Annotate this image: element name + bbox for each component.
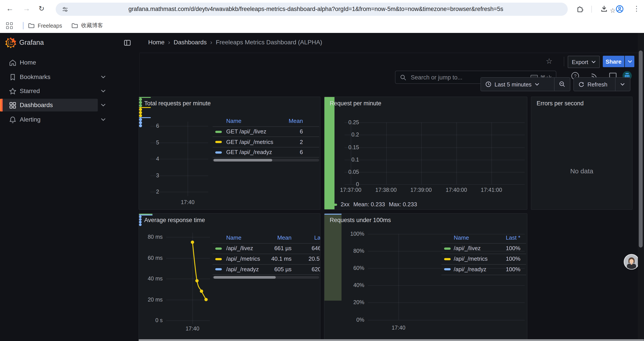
data-point (139, 223, 142, 226)
tick-label: 0.2 (337, 131, 359, 138)
legend-separator (212, 157, 319, 157)
bookmark-folder-blogs[interactable]: 收藏博客 (72, 21, 103, 30)
refresh-button[interactable]: Refresh (574, 78, 615, 91)
legend-color-chip[interactable] (215, 151, 222, 153)
tick-label: 17:41:00 (476, 187, 507, 194)
panel-total-requests-per-minute[interactable]: Total requests per minute 6543217:40Name… (138, 97, 320, 210)
chevron-down-icon[interactable] (101, 104, 106, 107)
legend-value: 6 (250, 148, 303, 156)
panel-requests-under-100ms[interactable]: Requests under 100ms 100%80%60%40%20%0%1… (324, 213, 528, 341)
data-point (139, 104, 142, 107)
address-bar[interactable]: grafana.mathmast.com/d/deytv4rwavabkb/fr… (56, 3, 568, 16)
legend-header[interactable]: Last * (468, 234, 520, 242)
chevron-down-icon[interactable] (101, 76, 106, 79)
gridline (456, 122, 457, 184)
panel-title: Total requests per minute (144, 100, 211, 107)
sidebar-item-dashboards[interactable]: Dashboards (0, 99, 140, 112)
legend-value: 100% (468, 265, 520, 273)
alerting-icon (9, 116, 17, 124)
share-menu-button[interactable] (625, 56, 634, 67)
sidebar-item-starred[interactable]: Starred (0, 85, 140, 97)
legend-scrollbar-thumb[interactable] (214, 276, 276, 279)
profile-icon[interactable] (616, 5, 624, 13)
legend-color-chip[interactable] (444, 268, 451, 270)
legend-header[interactable]: Name (226, 117, 241, 125)
legend-color-chip[interactable] (215, 247, 222, 249)
bookmark-folder-freeleaps[interactable]: Freeleaps (28, 21, 62, 30)
tune-icon[interactable] (62, 6, 68, 13)
legend-separator (212, 264, 319, 265)
share-button[interactable]: Share (603, 56, 624, 67)
favorite-star-icon[interactable]: ☆ (546, 57, 552, 66)
legend-color-chip[interactable] (444, 258, 451, 260)
folder-icon (72, 22, 78, 29)
tick-label: 17:40 (385, 324, 412, 331)
legend-value: 646 µs (276, 244, 320, 252)
tick-label: 0.15 (337, 144, 359, 151)
legend-value: 100% (468, 255, 520, 263)
legend-color-chip[interactable] (330, 203, 337, 206)
legend-color-chip[interactable] (215, 131, 222, 133)
time-range-picker[interactable]: Last 5 minutes (481, 78, 554, 91)
bookmarks-bar: Freeleaps 收藏博客 (0, 19, 644, 33)
legend-header[interactable]: Mean (250, 117, 303, 125)
assistant-avatar[interactable] (624, 254, 640, 270)
data-point (139, 118, 142, 121)
extensions-icon[interactable] (576, 5, 584, 13)
url-text[interactable]: grafana.mathmast.com/d/deytv4rwavabkb/fr… (128, 6, 503, 12)
sidebar-item-bookmarks[interactable]: Bookmarks (0, 71, 140, 83)
legend-scrollbar-thumb[interactable] (214, 159, 272, 162)
toolbar-divider (564, 57, 564, 66)
tick-label: 3 (142, 172, 159, 179)
gridline (344, 147, 525, 148)
series-line (139, 215, 152, 215)
folder-icon (28, 22, 35, 29)
refresh-interval-button[interactable] (615, 78, 630, 91)
panel-average-response-time[interactable]: Average response time 80 ms60 ms40 ms20 … (138, 213, 320, 341)
grafana-logo[interactable] (5, 37, 16, 48)
chevron-down-icon[interactable] (101, 118, 106, 121)
brand-name[interactable]: Grafana (19, 39, 44, 47)
forward-icon[interactable]: → (23, 5, 30, 13)
sidebar-item-home[interactable]: Home (0, 56, 140, 69)
legend-color-chip[interactable] (444, 247, 451, 249)
legend-color-chip[interactable] (215, 141, 222, 143)
data-point (139, 98, 142, 101)
legend-header[interactable]: Last * (276, 234, 320, 242)
legend-color-chip[interactable] (215, 268, 222, 270)
vertical-scrollbar-thumb[interactable] (639, 51, 643, 247)
toolbar-divider (592, 6, 592, 13)
browser-menu-icon[interactable]: ⋮ (633, 5, 640, 13)
chevron-down-icon[interactable] (101, 90, 106, 93)
time-controls: Last 5 minutes (480, 77, 570, 91)
zoom-out-button[interactable] (554, 78, 570, 91)
reload-icon[interactable]: ↻ (38, 5, 44, 13)
legend-series-name[interactable]: 2xx (341, 201, 350, 208)
breadcrumb-home[interactable]: Home (148, 39, 164, 46)
tick-label: 40 ms (141, 275, 163, 282)
gridline (368, 285, 525, 286)
legend-color-chip[interactable] (215, 258, 222, 260)
breadcrumb-dashboards[interactable]: Dashboards (174, 39, 207, 46)
tick-label: 0% (338, 316, 364, 323)
sidebar-item-alerting[interactable]: Alerting (0, 113, 140, 126)
breadcrumb-separator: › (207, 39, 216, 46)
download-icon[interactable] (600, 5, 608, 13)
data-point (139, 111, 142, 114)
panel-errors-per-second[interactable]: Errors per second No data (531, 97, 632, 210)
bookmark-star-icon[interactable]: ☆ (610, 7, 616, 15)
back-icon[interactable]: ← (6, 5, 14, 13)
export-button[interactable]: Export (568, 56, 600, 68)
horizontal-scrollbar[interactable] (138, 339, 644, 341)
apps-grid-icon[interactable] (6, 22, 13, 29)
data-point (139, 101, 142, 104)
legend-header[interactable]: Name (454, 234, 469, 242)
legend-value: 2 (250, 138, 303, 146)
legend-separator (212, 243, 319, 244)
starred-icon (9, 87, 17, 95)
panel-title: Errors per second (536, 100, 584, 107)
sidebar-toggle-icon[interactable] (124, 39, 131, 47)
sidebar-item-label: Dashboards (20, 101, 53, 109)
tick-label: 80 ms (141, 233, 163, 240)
panel-request-per-minute[interactable]: Request per minute 0.250.20.150.10.05017… (324, 97, 528, 210)
